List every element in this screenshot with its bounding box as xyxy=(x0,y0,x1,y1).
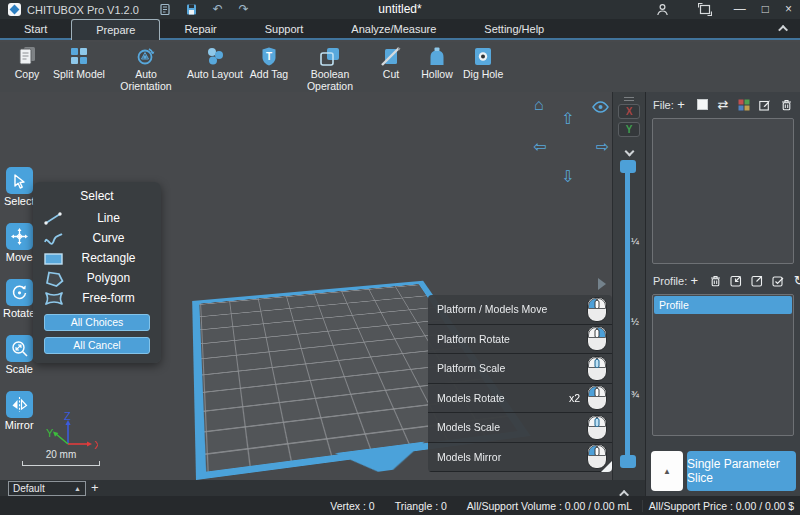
new-project-icon[interactable] xyxy=(156,0,176,19)
tab-repair[interactable]: Repair xyxy=(160,19,240,38)
axis-y-label: Y xyxy=(46,427,54,439)
add-tag-button[interactable]: T Add Tag xyxy=(246,45,292,82)
export-profile-icon[interactable] xyxy=(750,274,764,288)
volume-readout: All/Support Volume : 0.00 / 0.00 mL xyxy=(467,500,632,512)
clipping-slider-strip: X Y ¼ ½ ¾ xyxy=(612,92,645,480)
strip-grip[interactable] xyxy=(624,97,634,101)
select-tool-button[interactable]: Select xyxy=(3,167,35,207)
hollow-icon xyxy=(425,46,449,67)
boolean-operation-icon xyxy=(318,46,342,67)
scale-ruler xyxy=(22,461,100,466)
slider-mark-three-quarter: ¾ xyxy=(631,388,645,399)
scale-label: 20 mm xyxy=(22,449,100,460)
profile-label: Profile: xyxy=(653,275,687,287)
delete-profile-icon[interactable] xyxy=(708,274,722,288)
edit-profile-icon[interactable] xyxy=(771,274,785,288)
slice-mode-dropdown[interactable]: ▲ xyxy=(651,451,683,491)
screenshot-icon[interactable] xyxy=(695,0,715,19)
tab-prepare[interactable]: Prepare xyxy=(71,19,160,40)
overlay-resize-corner[interactable] xyxy=(601,461,612,472)
add-preset-button[interactable]: + xyxy=(91,481,99,495)
panel-expand-icon[interactable] xyxy=(598,278,606,290)
clip-axis-y-button[interactable]: Y xyxy=(618,122,640,137)
copy-icon xyxy=(15,46,39,67)
strip-collapse-icon[interactable] xyxy=(613,141,645,149)
refresh-profile-icon[interactable]: ↻ xyxy=(792,274,800,288)
preset-dropdown[interactable]: Default ▲ xyxy=(8,481,86,496)
rotate-icon xyxy=(6,279,33,306)
split-model-button[interactable]: Split Model xyxy=(50,45,108,82)
preset-bar: Default ▲ + xyxy=(0,480,645,496)
profile-list-item-selected[interactable]: Profile xyxy=(654,296,792,314)
cut-button[interactable]: Cut xyxy=(368,45,414,82)
slider-mark-quarter: ¼ xyxy=(631,235,645,246)
select-mode-line[interactable]: Line xyxy=(33,208,161,228)
title-bar: CHITUBOX Pro V1.2.0 ↶ ↷ untitled* — □ × xyxy=(0,0,800,19)
mouse-right-button-icon xyxy=(587,326,607,351)
rename-file-icon[interactable] xyxy=(758,98,772,112)
boolean-operation-button[interactable]: Boolean Operation xyxy=(292,45,368,94)
select-mode-polygon[interactable]: Polygon xyxy=(33,268,161,288)
move-icon xyxy=(6,223,33,250)
import-profile-icon[interactable] xyxy=(729,274,743,288)
view-left-icon[interactable]: ⇦ xyxy=(533,139,546,155)
all-cancel-button[interactable]: All Cancel xyxy=(44,337,150,354)
close-button[interactable]: × xyxy=(785,0,792,19)
rectangle-icon xyxy=(42,250,66,267)
select-popup: Select Line Curve Rectangle Polygon Free… xyxy=(33,182,161,363)
clipping-slider-track[interactable] xyxy=(625,168,630,462)
copy-button[interactable]: Copy xyxy=(4,45,50,82)
mirror-tool-button[interactable]: Mirror xyxy=(3,391,35,431)
document-title: untitled* xyxy=(200,0,600,19)
view-right-icon[interactable]: ⇨ xyxy=(596,139,609,155)
clipping-slider-lower-handle[interactable] xyxy=(620,455,636,468)
tab-start[interactable]: Start xyxy=(0,19,71,38)
clip-axis-x-button[interactable]: X xyxy=(618,104,640,119)
move-tool-button[interactable]: Move xyxy=(3,223,35,263)
select-all-checkbox[interactable] xyxy=(695,98,709,112)
select-mode-rectangle[interactable]: Rectangle xyxy=(33,248,161,268)
curve-icon xyxy=(42,230,66,247)
auto-layout-button[interactable]: Auto Layout xyxy=(184,45,246,82)
add-file-icon[interactable]: + xyxy=(674,98,688,112)
tab-setting-help[interactable]: Setting/Help xyxy=(460,19,568,38)
scale-tool-button[interactable]: Scale xyxy=(3,335,35,375)
dig-hole-button[interactable]: Dig Hole xyxy=(460,45,506,82)
vertex-count: Vertex : 0 xyxy=(330,500,374,512)
all-choices-button[interactable]: All Choices xyxy=(44,314,150,331)
mouse-hint-row: Models Mirror xyxy=(428,443,612,473)
minimize-button[interactable]: — xyxy=(734,0,746,19)
delete-file-icon[interactable] xyxy=(779,98,793,112)
file-list[interactable] xyxy=(652,118,794,264)
ribbon-collapse-icon[interactable] xyxy=(781,19,788,38)
single-parameter-slice-button[interactable]: Single Parameter Slice xyxy=(687,451,796,491)
hollow-button[interactable]: Hollow xyxy=(414,45,460,82)
maximize-button[interactable]: □ xyxy=(762,0,769,19)
rotate-tool-button[interactable]: Rotate xyxy=(3,279,35,319)
color-group-icon[interactable] xyxy=(737,98,751,112)
auto-orientation-button[interactable]: Auto Orientation xyxy=(108,45,184,94)
dropdown-up-icon: ▲ xyxy=(663,467,671,476)
app-logo-icon xyxy=(8,3,21,16)
visibility-icon[interactable] xyxy=(592,99,609,117)
slider-mark-half: ½ xyxy=(631,316,645,327)
cut-icon xyxy=(379,46,403,67)
axis-z-label: Z xyxy=(64,412,71,422)
polygon-icon xyxy=(42,270,66,287)
profile-list[interactable]: Profile xyxy=(652,294,794,436)
home-view-icon[interactable]: ⌂ xyxy=(534,97,544,113)
mouse-wheel-icon xyxy=(587,415,607,440)
auto-orientation-icon xyxy=(134,46,158,67)
select-mode-curve[interactable]: Curve xyxy=(33,228,161,248)
select-mode-free-form[interactable]: Free-form xyxy=(33,288,161,308)
tab-support[interactable]: Support xyxy=(241,19,328,38)
user-account-icon[interactable] xyxy=(653,0,673,19)
line-icon xyxy=(42,210,66,227)
save-icon[interactable] xyxy=(182,0,202,19)
view-down-icon[interactable]: ⇩ xyxy=(561,169,574,185)
view-up-icon[interactable]: ⇧ xyxy=(561,111,574,127)
swap-files-icon[interactable]: ⇄ xyxy=(716,98,730,112)
clipping-slider-upper-handle[interactable] xyxy=(620,160,636,173)
add-profile-icon[interactable]: + xyxy=(687,274,701,288)
tab-analyze-measure[interactable]: Analyze/Measure xyxy=(327,19,460,38)
